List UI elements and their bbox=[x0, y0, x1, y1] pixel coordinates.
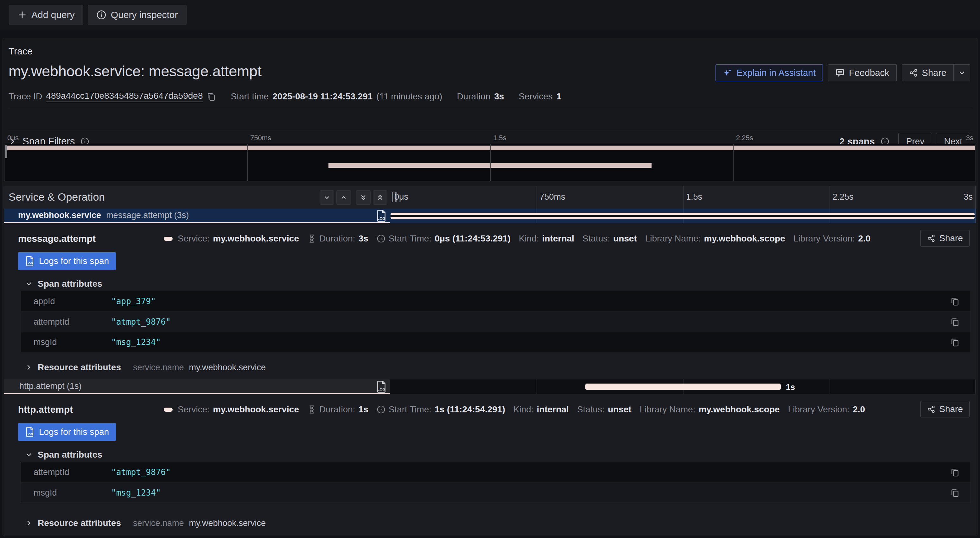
attribute-key: attemptId bbox=[21, 467, 111, 477]
collapse-all-button[interactable] bbox=[356, 190, 371, 205]
clock-icon bbox=[377, 234, 385, 243]
library-version-value: 2.0 bbox=[858, 233, 870, 244]
svg-text:LOG: LOG bbox=[26, 432, 33, 436]
share-dropdown-button[interactable] bbox=[954, 64, 970, 81]
duration-label: Duration: bbox=[319, 233, 355, 244]
log-icon[interactable]: LOG bbox=[375, 209, 388, 222]
header-actions: Explain in Assistant Feedback Share bbox=[716, 64, 970, 81]
chevron-down-icon bbox=[25, 280, 33, 288]
trace-timeline-minimap[interactable] bbox=[4, 144, 976, 181]
span-operation-name: http.attempt (1s) bbox=[19, 381, 82, 391]
expand-all-button[interactable] bbox=[373, 190, 387, 205]
gridline bbox=[975, 186, 976, 209]
gridline bbox=[683, 186, 684, 209]
copy-icon[interactable] bbox=[950, 337, 960, 347]
span-attributes-toggle[interactable]: Span attributes bbox=[25, 450, 102, 460]
minimap-drag-handle[interactable] bbox=[5, 145, 7, 158]
tick-label: 2.25s bbox=[736, 134, 753, 142]
tick-label: 2.25s bbox=[833, 192, 854, 202]
resource-attributes-toggle[interactable]: Resource attributes service.name my.webh… bbox=[25, 362, 266, 373]
logs-button-label: Logs for this span bbox=[39, 256, 109, 266]
copy-trace-id-icon[interactable] bbox=[207, 92, 216, 101]
service-label: Service: bbox=[178, 405, 210, 414]
status-label: Status: bbox=[582, 233, 610, 244]
library-version-value: 2.0 bbox=[853, 405, 865, 414]
collapse-controls bbox=[320, 190, 387, 205]
resource-key: service.name bbox=[133, 363, 184, 373]
expand-one-button[interactable] bbox=[336, 190, 351, 205]
attribute-key: msgId bbox=[21, 488, 111, 498]
svg-text:LOG: LOG bbox=[26, 262, 33, 265]
hourglass-icon bbox=[307, 405, 316, 414]
caret-down-icon bbox=[958, 69, 966, 77]
attribute-row: attemptId "atmpt_9876" bbox=[21, 462, 970, 482]
query-inspector-button[interactable]: Query inspector bbox=[88, 5, 186, 25]
double-angle-down-icon bbox=[359, 194, 368, 202]
trace-title: my.webhook.service: message.attempt bbox=[8, 62, 261, 80]
resource-value: my.webhook.service bbox=[189, 363, 266, 373]
span-detail-http-attempt: http.attempt Service: my.webhook.service… bbox=[4, 394, 976, 535]
feedback-button[interactable]: Feedback bbox=[828, 64, 896, 81]
span-name-cell-message-attempt[interactable]: my.webhook.service message.attempt (3s) … bbox=[4, 209, 390, 223]
comment-icon bbox=[835, 68, 845, 78]
minimap-tick-labels: 0μs 750ms 1.5s 2.25s 3s bbox=[4, 133, 976, 143]
span-share-button[interactable]: Share bbox=[920, 230, 970, 246]
tick-label: 3s bbox=[964, 192, 973, 202]
panel-title: Trace bbox=[8, 46, 33, 57]
tick-label: 0μs bbox=[395, 192, 408, 202]
span-attributes-toggle[interactable]: Span attributes bbox=[25, 279, 102, 289]
span-bar-duration-label: 1s bbox=[786, 382, 795, 392]
duration-value: 3s bbox=[494, 92, 504, 102]
copy-icon[interactable] bbox=[950, 488, 960, 497]
library-name-value: my.webhook.scope bbox=[704, 233, 785, 244]
span-bar-message-attempt[interactable] bbox=[391, 213, 975, 219]
gridline bbox=[975, 209, 976, 223]
start-time-label: Start Time: bbox=[389, 405, 431, 414]
gridline bbox=[830, 186, 830, 209]
span-attributes-label: Span attributes bbox=[38, 279, 102, 289]
service-label: Service: bbox=[178, 233, 210, 244]
copy-icon[interactable] bbox=[950, 297, 960, 306]
trace-meta: Trace ID 489a44cc170e83454857a5647da59de… bbox=[8, 91, 561, 102]
tick-label: 1.5s bbox=[493, 134, 506, 142]
trace-id-value[interactable]: 489a44cc170e83454857a5647da59de8 bbox=[46, 91, 203, 102]
feedback-label: Feedback bbox=[849, 68, 889, 78]
copy-icon[interactable] bbox=[950, 467, 960, 477]
collapse-one-button[interactable] bbox=[320, 190, 334, 205]
resource-attributes-label: Resource attributes bbox=[38, 518, 121, 528]
log-icon: LOG bbox=[25, 256, 35, 267]
services-count: 1 bbox=[557, 92, 562, 102]
span-timeline-cell: 1s bbox=[390, 379, 976, 394]
resource-value: my.webhook.service bbox=[189, 518, 266, 528]
logs-for-span-button[interactable]: LOG Logs for this span bbox=[18, 252, 116, 270]
share-button[interactable]: Share bbox=[902, 64, 954, 81]
gridline bbox=[975, 379, 976, 394]
chevron-right-icon bbox=[25, 519, 33, 527]
timeline-ruler: 0μs 750ms 1.5s 2.25s 3s bbox=[390, 186, 976, 209]
angle-down-icon bbox=[323, 194, 331, 202]
gridline bbox=[490, 144, 491, 181]
gridline bbox=[536, 379, 537, 394]
copy-icon[interactable] bbox=[950, 317, 960, 327]
log-icon[interactable]: LOG bbox=[375, 380, 388, 393]
span-name-cell-http-attempt[interactable]: http.attempt (1s) LOG bbox=[4, 379, 390, 394]
clock-icon bbox=[377, 405, 385, 414]
duration-value: 1s bbox=[358, 405, 368, 414]
service-color-swatch bbox=[164, 237, 173, 241]
kind-value: internal bbox=[542, 233, 574, 244]
share-icon bbox=[909, 68, 918, 77]
span-share-button[interactable]: Share bbox=[920, 401, 970, 417]
duration-value: 3s bbox=[358, 233, 368, 244]
explain-in-assistant-button[interactable]: Explain in Assistant bbox=[716, 64, 823, 81]
ai-sparkle-icon bbox=[723, 68, 732, 78]
start-time-relative: (11 minutes ago) bbox=[376, 92, 442, 102]
span-bar-http-attempt[interactable] bbox=[585, 384, 781, 390]
add-query-button[interactable]: Add query bbox=[9, 5, 83, 25]
status-label: Status: bbox=[577, 405, 605, 414]
library-name-label: Library Name: bbox=[640, 405, 695, 414]
span-detail-header: http.attempt Service: my.webhook.service… bbox=[18, 404, 906, 415]
span-attributes-table: attemptId "atmpt_9876" msgId "msg_1234" bbox=[21, 462, 971, 503]
resource-attributes-toggle[interactable]: Resource attributes service.name my.webh… bbox=[25, 518, 266, 528]
logs-for-span-button[interactable]: LOG Logs for this span bbox=[18, 423, 116, 441]
library-name-value: my.webhook.scope bbox=[698, 405, 780, 414]
